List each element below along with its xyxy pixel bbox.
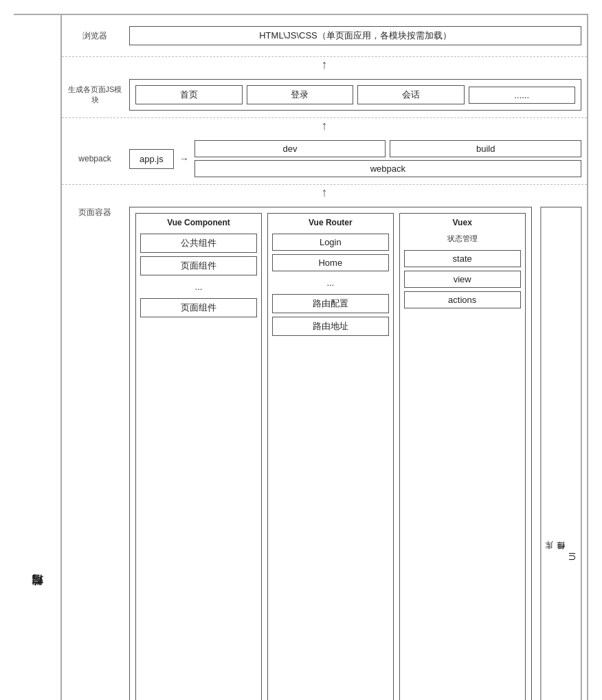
- build-box: build: [390, 140, 581, 157]
- vue-component-column: Vue Component 公共组件 页面组件 ... 页面组件: [135, 213, 262, 700]
- vr-item-4: 路由地址: [272, 317, 389, 336]
- appjs-box: app.js: [129, 149, 174, 169]
- generate-item-session: 会话: [357, 85, 465, 104]
- arrow-webpack-pagecontainer: ↑: [62, 185, 587, 200]
- generate-item-login: 登录: [247, 85, 354, 104]
- webpack-inner: app.js → dev build webpack: [129, 140, 581, 177]
- vc-item-3: 页面组件: [140, 298, 257, 317]
- browser-section: 浏览器 HTML\JS\CSS（单页面应用，各模块按需加载）: [62, 15, 587, 57]
- page-container-section: 页面容器 Vue Component 公共组件 页面组件 ... 页面组件 Vu…: [62, 200, 587, 700]
- main-content: 浏览器 HTML\JS\CSS（单页面应用，各模块按需加载） ↑ 生成各页面JS…: [62, 14, 588, 700]
- generate-label: 生成各页面JS模块: [67, 79, 122, 111]
- webpack-arrow: →: [179, 153, 189, 164]
- ui-lib-box: UI 组件 库: [540, 207, 581, 700]
- vue-component-title: Vue Component: [167, 218, 230, 227]
- page-container-outer: Vue Component 公共组件 页面组件 ... 页面组件 Vue Rou…: [129, 207, 532, 700]
- webpack-right: dev build webpack: [194, 140, 581, 177]
- generate-item-more: ......: [469, 87, 576, 104]
- vuex-item-0: state: [404, 250, 521, 267]
- webpack-tools-row: dev build: [194, 140, 581, 157]
- browser-label: 浏览器: [67, 22, 122, 49]
- vue-router-title: Vue Router: [309, 218, 353, 227]
- arrow-generate-webpack: ↑: [62, 118, 587, 133]
- ui-lib-label: UI 组件 库: [544, 553, 578, 561]
- webpack-box: webpack: [194, 160, 581, 177]
- vuex-subtitle: 状态管理: [447, 234, 478, 244]
- vuex-item-1: view: [404, 271, 521, 288]
- vr-item-2: ...: [272, 275, 389, 291]
- vc-item-1: 页面组件: [140, 256, 257, 275]
- vc-item-0: 公共组件: [140, 234, 257, 253]
- page-container-label: 页面容器: [67, 207, 122, 218]
- generate-content: 首页 登录 会话 ......: [129, 79, 581, 111]
- webpack-label: webpack: [67, 140, 122, 177]
- vuex-title: Vuex: [453, 218, 472, 227]
- vue-router-column: Vue Router Login Home ... 路由配置 路由地址: [267, 213, 394, 700]
- page-container-content: Vue Component 公共组件 页面组件 ... 页面组件 Vue Rou…: [129, 207, 581, 700]
- generate-items-row: 首页 登录 会话 ......: [135, 85, 575, 104]
- left-label: 前端: [14, 14, 62, 700]
- generate-outer-box: 首页 登录 会话 ......: [129, 79, 581, 111]
- vc-item-2: ...: [140, 279, 257, 295]
- webpack-section: webpack app.js → dev build webpack: [62, 133, 587, 185]
- vuex-column: Vuex 状态管理 state view actions: [399, 213, 526, 700]
- vr-item-1: Home: [272, 254, 389, 271]
- browser-box: HTML\JS\CSS（单页面应用，各模块按需加载）: [129, 26, 581, 45]
- dev-box: dev: [194, 140, 386, 157]
- generate-section: 生成各页面JS模块 首页 登录 会话 ......: [62, 72, 587, 118]
- arrow-browser-generate: ↑: [62, 57, 587, 72]
- vr-item-0: Login: [272, 234, 389, 251]
- vuex-item-2: actions: [404, 291, 521, 308]
- browser-content: HTML\JS\CSS（单页面应用，各模块按需加载）: [129, 22, 581, 49]
- vr-item-3: 路由配置: [272, 294, 389, 313]
- webpack-content: app.js → dev build webpack: [129, 140, 581, 177]
- generate-item-homepage: 首页: [135, 85, 243, 104]
- diagram: 前端 浏览器 HTML\JS\CSS（单页面应用，各模块按需加载） ↑ 生成各页…: [14, 14, 588, 700]
